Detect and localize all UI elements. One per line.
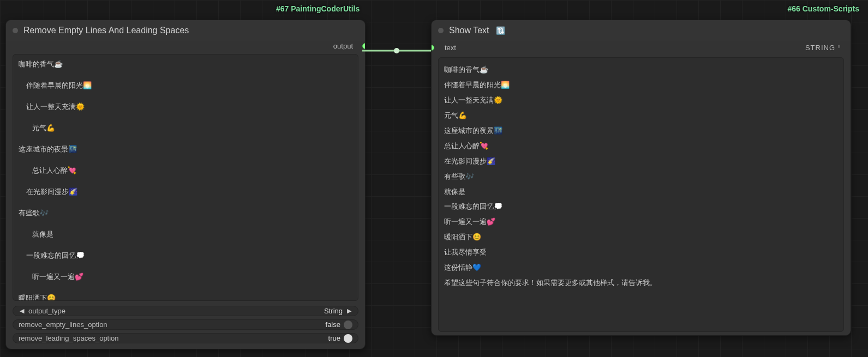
badge-source-left: #67 PaintingCoderUtils (273, 3, 363, 14)
input-port-label: text (445, 44, 456, 52)
input-text-area[interactable]: 咖啡的香气☕ 伴随着早晨的阳光🌅 让人一整天充满🌞 元气💪 这座城市的夜景🌃 总… (13, 54, 358, 301)
widget-value: true (328, 334, 340, 342)
widget-label: output_type (28, 307, 65, 315)
remove-empty-lines-widget[interactable]: remove_empty_lines_option false (13, 319, 358, 330)
badge-source-right: #66 Custom-Scripts (785, 3, 863, 14)
widget-value: false (326, 320, 340, 329)
node-title: Show Text (449, 26, 489, 35)
output-port-label: output (333, 42, 353, 50)
output-port-row[interactable]: output (6, 41, 365, 51)
node-header[interactable]: Remove Empty Lines And Leading Spaces (6, 20, 365, 41)
node-show-text[interactable]: Show Text 🔃 text STRING ⠿ 咖啡的香气☕ 伴随着早晨的阳… (431, 20, 851, 336)
input-port-row[interactable]: text STRING ⠿ (432, 41, 851, 54)
output-type-label: STRING ⠿ (805, 44, 843, 52)
grip-icon[interactable]: ⠿ (837, 45, 843, 50)
chevron-right-icon[interactable]: ▶ (346, 307, 352, 314)
chevron-left-icon[interactable]: ◀ (19, 307, 25, 314)
collapse-dot-icon[interactable] (438, 28, 444, 33)
refresh-icon[interactable]: 🔃 (496, 26, 505, 35)
widget-value: String (324, 307, 343, 315)
output-text-area[interactable]: 咖啡的香气☕ 伴随着早晨的阳光🌅 让人一整天充满🌞 元气💪 这座城市的夜景🌃 总… (438, 57, 844, 332)
widget-label: remove_leading_spaces_option (19, 334, 119, 342)
type-text: STRING (805, 44, 835, 52)
widget-label: remove_empty_lines_option (19, 320, 107, 329)
input-port-dot-icon[interactable] (431, 45, 434, 51)
node-header[interactable]: Show Text 🔃 (432, 20, 851, 41)
svg-point-0 (394, 48, 399, 53)
remove-leading-spaces-widget[interactable]: remove_leading_spaces_option true (13, 333, 358, 343)
node-remove-empty-lines[interactable]: Remove Empty Lines And Leading Spaces ou… (5, 20, 366, 349)
output-type-widget[interactable]: ◀ output_type String ▶ (13, 306, 358, 316)
connection-line (362, 47, 431, 55)
collapse-dot-icon[interactable] (13, 28, 18, 33)
node-title: Remove Empty Lines And Leading Spaces (23, 26, 189, 35)
toggle-icon[interactable] (344, 320, 352, 329)
toggle-icon[interactable] (344, 334, 352, 343)
